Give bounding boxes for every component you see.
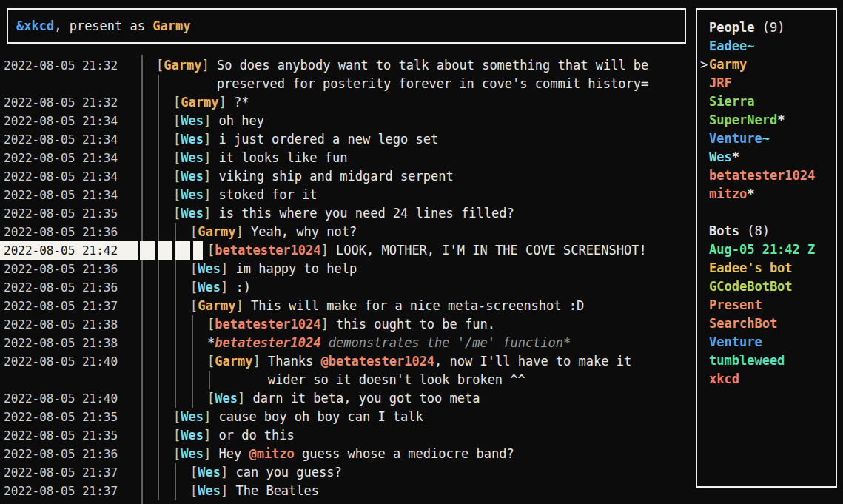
- bot-list-item[interactable]: GCodeBotBot: [697, 278, 836, 296]
- message-part: :): [235, 280, 250, 295]
- message-row[interactable]: 2022-08-05 21:32[Garmy] So does anybody …: [0, 56, 696, 75]
- selected-user-marker: >: [700, 56, 708, 74]
- message-part: [: [207, 391, 215, 406]
- message-part: ]: [204, 409, 218, 424]
- user-list-item[interactable]: betatester1024: [697, 167, 836, 185]
- message-text: [Wes] it looks like fun: [173, 149, 347, 167]
- highlight-block: [140, 241, 155, 260]
- bot-list-item[interactable]: Present: [697, 296, 836, 315]
- message-row[interactable]: 2022-08-05 21:34[Wes] stoked for it: [0, 186, 696, 204]
- current-nick: Garmy: [152, 19, 190, 33]
- message-text: [Garmy] Yeah, why not?: [190, 223, 357, 241]
- bot-list-item[interactable]: SearchBot: [697, 315, 836, 333]
- message-part: *: [207, 335, 215, 350]
- thread-guide: [158, 75, 159, 93]
- user-status-suffix: ~: [762, 131, 770, 146]
- bot-name: GCodeBotBot: [709, 279, 793, 294]
- timestamp: 2022-08-05 21:35: [4, 426, 118, 445]
- message-row[interactable]: 2022-08-05 21:36[Wes] im happy to help: [0, 260, 696, 278]
- message-row[interactable]: 2022-08-05 21:35[Wes] cause boy oh boy c…: [0, 408, 696, 426]
- user-list-item[interactable]: >Garmy: [697, 56, 836, 74]
- message-part: ]: [221, 261, 235, 276]
- message-row[interactable]: 2022-08-05 21:35[Wes] or do this: [0, 426, 696, 445]
- message-part: ]: [201, 58, 216, 73]
- message-row[interactable]: 2022-08-05 21:36[Wes] :): [0, 278, 696, 297]
- message-row[interactable]: 2022-08-05 21:38[betatester1024] this ou…: [0, 315, 696, 334]
- user-list-item[interactable]: Eadee~: [697, 37, 836, 56]
- mention: @betatester1024: [321, 354, 435, 369]
- thread-guide: [175, 463, 176, 482]
- user-list-item[interactable]: JRF: [697, 74, 836, 93]
- user-name: Garmy: [709, 57, 747, 72]
- highlight-block: [175, 241, 190, 260]
- message-text: [Wes] i just ordered a new lego set: [173, 130, 438, 149]
- message-text: [Wes] cause boy oh boy can I talk: [173, 408, 423, 426]
- thread-guide: [158, 297, 159, 315]
- message-nick: Wes: [181, 409, 204, 424]
- bot-list-item[interactable]: tumbleweed: [697, 352, 836, 370]
- timestamp: 2022-08-05 21:37: [4, 297, 118, 315]
- message-part: betatester1024: [215, 335, 320, 350]
- highlight-block: [193, 241, 203, 260]
- message-row[interactable]: 2022-08-05 21:38*betatester1024 demonstr…: [0, 334, 696, 352]
- bot-list-item[interactable]: xkcd: [697, 370, 836, 389]
- people-header-label: People: [709, 20, 754, 35]
- message-nick: Wes: [181, 169, 204, 184]
- message-text: [Garmy] This will make for a nice meta-s…: [190, 297, 584, 315]
- message-text: wider so it doesn't look broken ^^: [268, 371, 525, 389]
- thread-guide: [192, 315, 193, 334]
- message-row[interactable]: 2022-08-05 21:42[betatester1024] LOOK, M…: [0, 241, 696, 260]
- message-row[interactable]: 2022-08-05 21:34[Wes] oh hey: [0, 112, 696, 130]
- user-status-suffix: *: [747, 187, 754, 201]
- bot-list-item[interactable]: Aug-05 21:42 Z: [697, 241, 836, 259]
- message-continuation-row[interactable]: preserved for posterity forever in cove'…: [0, 75, 696, 93]
- message-row[interactable]: 2022-08-05 21:34[Wes] it looks like fun: [0, 149, 696, 167]
- message-row[interactable]: 2022-08-05 21:37[Wes] The Beatles: [0, 482, 696, 500]
- message-part: LOOK, MOTHER, I'M IN THE COVE SCREENSHOT…: [336, 243, 647, 258]
- user-list-item[interactable]: Venture~: [697, 130, 836, 148]
- message-row[interactable]: 2022-08-05 21:40[Wes] darn it beta, you …: [0, 389, 696, 408]
- message-nick: Garmy: [181, 95, 218, 110]
- message-part: i just ordered a new lego set: [218, 132, 438, 147]
- presence-text: , present as: [54, 19, 152, 33]
- message-part: [: [173, 113, 181, 128]
- timestamp: 2022-08-05 21:36: [4, 445, 118, 463]
- message-part: [: [173, 446, 181, 461]
- user-list-item[interactable]: mitzo*: [697, 185, 836, 204]
- user-list-item[interactable]: Sierra: [697, 93, 836, 111]
- message-row[interactable]: 2022-08-05 21:36[Wes] Hey @mitzo guess w…: [0, 445, 696, 463]
- bot-list-item[interactable]: Venture: [697, 333, 836, 352]
- timestamp: 2022-08-05 21:40: [4, 389, 118, 408]
- message-continuation-row[interactable]: wider so it doesn't look broken ^^: [0, 371, 696, 389]
- message-row[interactable]: 2022-08-05 21:37[Garmy] This will make f…: [0, 297, 696, 315]
- message-row[interactable]: 2022-08-05 21:37[Wes] can you guess?: [0, 463, 696, 482]
- message-text: [Wes] oh hey: [173, 112, 264, 130]
- message-part: [: [207, 354, 215, 369]
- thread-guide: [158, 260, 159, 278]
- message-part: ]: [204, 446, 218, 461]
- timestamp: 2022-08-05 21:38: [4, 334, 118, 352]
- user-list-item[interactable]: SuperNerd*: [697, 111, 836, 130]
- message-part: ]: [204, 169, 218, 184]
- message-part: ]: [221, 280, 235, 295]
- message-part: preserved for posterity forever in cove'…: [217, 76, 648, 91]
- message-text: [Garmy] Thanks @betatester1024, now I'll…: [207, 352, 631, 371]
- message-part: So does anybody want to talk about somet…: [217, 58, 648, 73]
- bot-list-item[interactable]: Eadee's bot: [697, 259, 836, 278]
- message-part: [: [190, 298, 198, 313]
- timestamp: 2022-08-05 21:32: [4, 93, 118, 112]
- message-part: demonstrates the '/me' function*: [321, 335, 571, 350]
- message-row[interactable]: 2022-08-05 21:34[Wes] viking ship and mi…: [0, 167, 696, 186]
- message-row[interactable]: 2022-08-05 21:40[Garmy] Thanks @betatest…: [0, 352, 696, 371]
- message-row[interactable]: 2022-08-05 21:36[Garmy] Yeah, why not?: [0, 223, 696, 241]
- message-text: [Wes] or do this: [173, 426, 295, 445]
- message-part: darn it beta, you got too meta: [252, 391, 480, 406]
- message-row[interactable]: 2022-08-05 21:35[Wes] is this where you …: [0, 204, 696, 223]
- thread-guide: [175, 352, 176, 371]
- user-list-item[interactable]: Wes*: [697, 148, 836, 167]
- message-row[interactable]: 2022-08-05 21:32[Garmy] ?*: [0, 93, 696, 112]
- message-part: this ought to be fun.: [336, 317, 495, 332]
- thread-guide: [158, 112, 159, 130]
- message-row[interactable]: 2022-08-05 21:34[Wes] i just ordered a n…: [0, 130, 696, 149]
- message-part: [: [207, 317, 215, 332]
